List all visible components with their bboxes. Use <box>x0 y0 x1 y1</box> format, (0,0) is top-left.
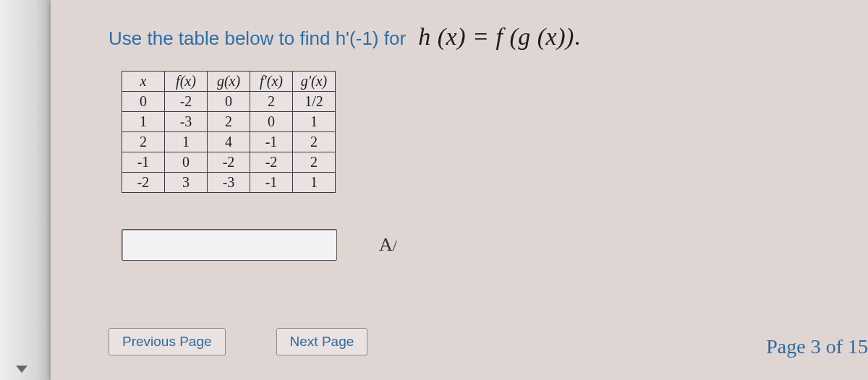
cell: -3 <box>208 173 250 193</box>
cell: -2 <box>122 173 165 193</box>
cell: 0 <box>165 152 208 173</box>
table-row: 1 -3 2 0 1 <box>122 112 336 132</box>
page-indicator: Page 3 of 15 <box>766 335 868 358</box>
cell: 0 <box>122 92 165 112</box>
cell: 1 <box>122 112 165 132</box>
answer-row: A/ <box>122 229 846 261</box>
table-header-row: x f(x) g(x) f'(x) g'(x) <box>122 72 336 92</box>
cell: 3 <box>165 173 208 193</box>
col-x: x <box>122 72 165 92</box>
col-fpx: f'(x) <box>250 72 293 92</box>
prompt-period: . <box>574 23 581 50</box>
values-table: x f(x) g(x) f'(x) g'(x) 0 -2 0 2 1/2 1 -… <box>122 71 336 193</box>
cell: 0 <box>250 112 293 132</box>
cell: -1 <box>122 152 165 173</box>
col-fx: f(x) <box>165 72 208 92</box>
next-page-button[interactable]: Next Page <box>276 328 368 355</box>
cell: 1/2 <box>293 92 336 112</box>
answer-input[interactable] <box>122 229 337 261</box>
table-row: -2 3 -3 -1 1 <box>122 173 336 193</box>
cell: 4 <box>208 132 250 152</box>
cell: 2 <box>293 152 336 173</box>
font-a-icon: A <box>379 234 393 255</box>
table-row: 0 -2 0 2 1/2 <box>122 92 336 112</box>
scroll-gutter <box>0 0 51 380</box>
cell: 0 <box>208 92 250 112</box>
cell: 2 <box>293 132 336 152</box>
cell: -2 <box>250 152 293 173</box>
prompt-text: Use the table below to find h'(-1) for <box>109 27 411 49</box>
cell: -2 <box>165 92 208 112</box>
table-row: -1 0 -2 -2 2 <box>122 152 336 173</box>
col-gx: g(x) <box>208 72 250 92</box>
question-content: Use the table below to find h'(-1) for h… <box>51 0 868 380</box>
scroll-down-icon[interactable] <box>16 366 27 373</box>
cell: -2 <box>208 152 250 173</box>
question-prompt: Use the table below to find h'(-1) for h… <box>109 23 846 51</box>
cell: -1 <box>250 173 293 193</box>
cell: 1 <box>165 132 208 152</box>
cell: 2 <box>122 132 165 152</box>
font-slash-icon: / <box>393 236 397 254</box>
col-gpx: g'(x) <box>293 72 336 92</box>
cell: 1 <box>293 173 336 193</box>
table-row: 2 1 4 -1 2 <box>122 132 336 152</box>
cell: 2 <box>208 112 250 132</box>
cell: 2 <box>250 92 293 112</box>
equation-editor-icon[interactable]: A/ <box>379 234 397 256</box>
prompt-formula: h (x) = f (g (x)) <box>418 23 574 50</box>
previous-page-button[interactable]: Previous Page <box>109 328 226 355</box>
cell: -3 <box>165 112 208 132</box>
cell: 1 <box>293 112 336 132</box>
nav-row: Previous Page Next Page <box>109 328 367 355</box>
cell: -1 <box>250 132 293 152</box>
